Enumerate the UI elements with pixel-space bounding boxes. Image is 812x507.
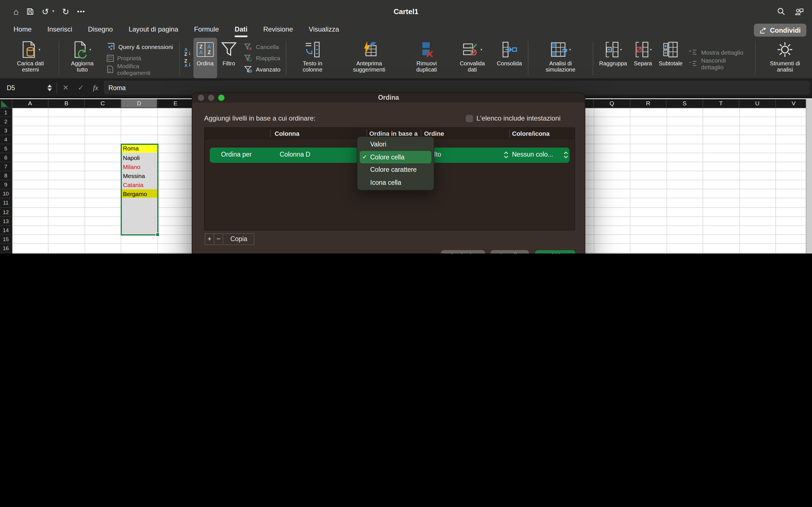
cell-R1[interactable] xyxy=(630,108,667,117)
cell-S2[interactable] xyxy=(667,117,703,126)
cell-D15[interactable] xyxy=(121,235,158,244)
cell-U7[interactable] xyxy=(740,162,776,171)
cell-B13[interactable] xyxy=(49,217,85,226)
people-icon[interactable] xyxy=(795,7,804,15)
cell-T7[interactable] xyxy=(703,162,740,171)
cell-C12[interactable] xyxy=(85,208,121,217)
sort-za-button[interactable]: ZA↓ xyxy=(185,59,191,68)
tab-layout-di-pagina[interactable]: Layout di pagina xyxy=(121,22,186,38)
edit-links-button[interactable]: Modifica collegamenti xyxy=(107,64,174,74)
dialog-titlebar[interactable]: Ordina xyxy=(192,93,585,102)
cell-A16[interactable] xyxy=(12,244,49,253)
cell-C7[interactable] xyxy=(85,162,121,171)
cell-B1[interactable] xyxy=(49,108,85,117)
cell-B10[interactable] xyxy=(49,189,85,199)
cell-A4[interactable] xyxy=(12,135,49,144)
cell-U9[interactable] xyxy=(740,180,776,189)
cell-U15[interactable] xyxy=(740,235,776,244)
what-if-analysis-button[interactable]: ? ▾ Analisi di simulazione xyxy=(530,38,591,78)
cell-A12[interactable] xyxy=(12,208,49,217)
cell-R15[interactable] xyxy=(630,235,667,244)
remove-level-button[interactable]: − xyxy=(214,233,223,245)
cell-T17[interactable] xyxy=(703,253,740,253)
cell-B9[interactable] xyxy=(49,180,85,189)
cancel-button[interactable]: Annulla xyxy=(491,250,529,253)
cell-C9[interactable] xyxy=(85,180,121,189)
cell-Q6[interactable] xyxy=(594,153,630,162)
cell-D17[interactable] xyxy=(121,253,158,253)
reapply-filter-button[interactable]: Riapplica xyxy=(244,53,281,63)
vertical-scrollbar[interactable] xyxy=(806,99,812,253)
cancel-entry-icon[interactable]: ✕ xyxy=(63,83,69,92)
consolidate-button[interactable]: Consolida xyxy=(493,38,525,78)
cell-A7[interactable] xyxy=(12,162,49,171)
cell-E6[interactable] xyxy=(158,153,194,162)
options-button[interactable]: Opzioni... xyxy=(441,250,485,253)
cell-U11[interactable] xyxy=(740,199,776,208)
data-validation-button[interactable]: ▾ Convalida dati xyxy=(451,38,493,78)
cell-B14[interactable] xyxy=(49,226,85,235)
sort-az-button[interactable]: AZ↓ xyxy=(185,48,191,57)
row-header-17[interactable]: 17 xyxy=(0,253,12,253)
cell-U17[interactable] xyxy=(740,253,776,253)
cell-S5[interactable] xyxy=(667,144,703,153)
remove-duplicates-button[interactable]: Rimuovi duplicati xyxy=(402,38,451,78)
cell-R3[interactable] xyxy=(630,126,667,135)
cell-D13[interactable] xyxy=(121,217,158,226)
cell-A11[interactable] xyxy=(12,199,49,208)
cell-U4[interactable] xyxy=(740,135,776,144)
cell-Q11[interactable] xyxy=(594,199,630,208)
cell-D7[interactable]: Milano xyxy=(121,162,158,171)
cell-A9[interactable] xyxy=(12,180,49,189)
cell-Q4[interactable] xyxy=(594,135,630,144)
cell-R10[interactable] xyxy=(630,189,667,199)
cell-Q7[interactable] xyxy=(594,162,630,171)
cell-Q16[interactable] xyxy=(594,244,630,253)
cell-Q9[interactable] xyxy=(594,180,630,189)
cell-D4[interactable] xyxy=(121,135,158,144)
cell-T1[interactable] xyxy=(703,108,740,117)
row-header-1[interactable]: 1 xyxy=(0,108,12,117)
advanced-filter-button[interactable]: Avanzato xyxy=(244,64,281,74)
clear-filter-button[interactable]: Cancella xyxy=(244,42,281,52)
cell-R12[interactable] xyxy=(630,208,667,217)
cell-B2[interactable] xyxy=(49,117,85,126)
text-to-columns-button[interactable]: Testo in colonne xyxy=(289,38,336,78)
cell-A13[interactable] xyxy=(12,217,49,226)
filter-button[interactable]: Filtro xyxy=(217,38,241,78)
column-header-S[interactable]: S xyxy=(666,99,703,108)
cell-C10[interactable] xyxy=(85,189,121,199)
cell-D1[interactable] xyxy=(121,108,158,117)
flash-fill-button[interactable]: Anteprima suggerimenti xyxy=(336,38,402,78)
row-header-6[interactable]: 6 xyxy=(0,153,12,162)
cell-U12[interactable] xyxy=(740,208,776,217)
copy-level-button[interactable]: Copia xyxy=(224,233,254,245)
cell-S13[interactable] xyxy=(667,217,703,226)
cell-U1[interactable] xyxy=(740,108,776,117)
tab-inserisci[interactable]: Inserisci xyxy=(40,22,80,38)
subtotal-button[interactable]: Subtotale xyxy=(655,38,686,78)
cell-D12[interactable] xyxy=(121,208,158,217)
cell-T4[interactable] xyxy=(703,135,740,144)
cell-E3[interactable] xyxy=(158,126,194,135)
cell-S4[interactable] xyxy=(667,135,703,144)
confirm-entry-icon[interactable]: ✓ xyxy=(78,83,84,92)
cell-Q17[interactable] xyxy=(594,253,630,253)
row-header-13[interactable]: 13 xyxy=(0,217,12,226)
name-box-stepper[interactable] xyxy=(47,84,52,91)
cell-E7[interactable] xyxy=(158,162,194,171)
cell-B11[interactable] xyxy=(49,199,85,208)
cell-B15[interactable] xyxy=(49,235,85,244)
column-header-C[interactable]: C xyxy=(85,99,121,108)
cell-A3[interactable] xyxy=(12,126,49,135)
cell-U16[interactable] xyxy=(740,244,776,253)
row-header-11[interactable]: 11 xyxy=(0,199,12,208)
cell-E13[interactable] xyxy=(158,217,194,226)
show-detail-button[interactable]: Mostra dettaglio xyxy=(689,48,749,57)
cell-E15[interactable] xyxy=(158,235,194,244)
cell-S14[interactable] xyxy=(667,226,703,235)
order-stepper-icon[interactable] xyxy=(504,151,509,160)
row-header-15[interactable]: 15 xyxy=(0,235,12,244)
cell-T13[interactable] xyxy=(703,217,740,226)
cell-A8[interactable] xyxy=(12,171,49,180)
